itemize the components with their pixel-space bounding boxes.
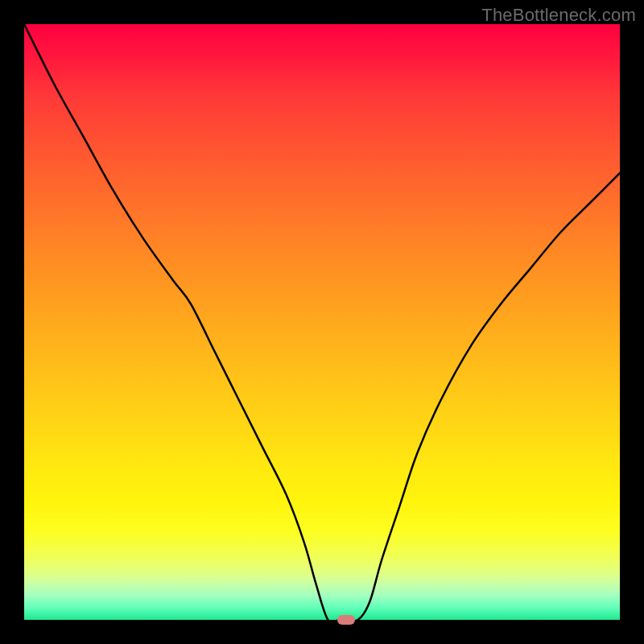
chart-frame: TheBottleneck.com [0,0,644,644]
optimum-marker [337,615,355,625]
plot-area [24,24,620,620]
bottleneck-curve [24,24,620,620]
watermark-text: TheBottleneck.com [481,5,636,26]
